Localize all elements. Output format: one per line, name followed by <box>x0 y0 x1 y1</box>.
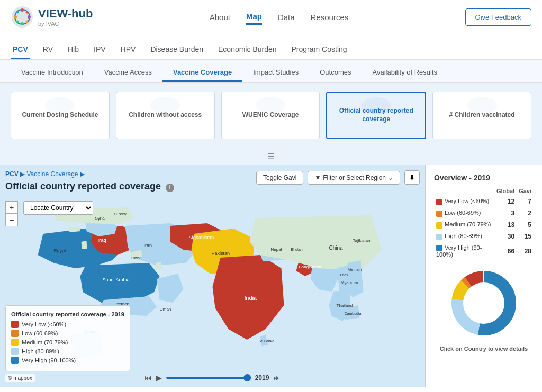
card-current-dosing[interactable]: Current Dosing Schedule <box>11 92 110 139</box>
expand-icon[interactable]: ☰ <box>267 151 275 161</box>
overview-swatch-1 <box>436 211 442 217</box>
label-cambodia: Cambodia <box>345 312 362 315</box>
label-syria: Syria <box>95 216 105 221</box>
timeline-track[interactable] <box>166 377 251 379</box>
overview-row-1: Low (60-69%) 3 2 <box>434 207 534 219</box>
tab-hib[interactable]: Hib <box>66 41 81 59</box>
tab-ipv[interactable]: IPV <box>92 41 108 59</box>
overview-cell-global-3: 30 <box>494 231 517 242</box>
info-icon[interactable]: i <box>166 184 174 192</box>
feedback-button[interactable]: Give Feedback <box>465 8 531 26</box>
card-children-without-access[interactable]: Children without access <box>116 92 215 139</box>
label-bangladesh: Bangladesh <box>299 265 321 269</box>
logo-text: VIEW-hub by IVAC <box>38 7 93 27</box>
main-content: PCV ▶ Vaccine Coverage ▶ Official countr… <box>0 165 542 387</box>
breadcrumb: PCV ▶ Vaccine Coverage ▶ <box>5 170 85 178</box>
label-afghanistan: Afghanistan <box>189 235 214 240</box>
card-world-icon-1 <box>149 96 181 115</box>
zoom-in-button[interactable]: + <box>5 201 18 214</box>
svg-point-14 <box>467 97 497 114</box>
legend-label-0: Very Low (<60%) <box>22 321 66 327</box>
legend-item-0: Very Low (<60%) <box>11 321 124 328</box>
filter-icon: ▼ <box>314 174 321 181</box>
filter-chevron-icon: ⌄ <box>388 174 393 181</box>
subnav-availability[interactable]: Availability of Results <box>362 64 448 82</box>
subnav-vaccine-access[interactable]: Vaccine Access <box>94 64 162 82</box>
card-world-icon-0 <box>44 96 76 115</box>
logo-main-text: VIEW-hub <box>38 7 93 21</box>
legend-swatch-3 <box>11 348 19 355</box>
card-wuenic-coverage[interactable]: WUENIC Coverage <box>221 92 320 139</box>
mapbox-attribution: © mapbox <box>5 374 35 382</box>
legend-label-3: High (80-89%) <box>22 348 59 354</box>
legend-label-1: Low (60-69%) <box>22 330 58 336</box>
overview-title: Overview - 2019 <box>434 174 534 182</box>
label-turkey: Turkey <box>114 212 127 216</box>
overview-cell-label-2: Medium (70-79%) <box>434 219 494 231</box>
nav-about[interactable]: About <box>210 10 230 24</box>
filter-region-button[interactable]: ▼ Filter or Select Region ⌄ <box>308 171 400 185</box>
locate-country-select[interactable]: Locate Country <box>23 201 93 215</box>
label-iraq: Iraq <box>98 238 107 243</box>
tab-economic-burden[interactable]: Economic Burden <box>216 41 279 59</box>
map-controls: Toggle Gavi ▼ Filter or Select Region ⌄ … <box>256 170 420 185</box>
tab-rv[interactable]: RV <box>41 41 55 59</box>
svg-point-11 <box>150 97 180 114</box>
overview-row-3: High (80-89%) 30 15 <box>434 231 534 242</box>
breadcrumb-vaccine: PCV <box>5 170 19 178</box>
label-oman: Oman <box>160 307 171 312</box>
subnav-vaccine-introduction[interactable]: Vaccine Introduction <box>11 64 94 82</box>
tab-hpv[interactable]: HPV <box>119 41 138 59</box>
overview-row-2: Medium (70-79%) 13 5 <box>434 219 534 231</box>
label-egypt: Egypt <box>54 248 67 253</box>
download-icon: ⬇ <box>409 174 415 181</box>
legend-label-2: Medium (70-79%) <box>22 339 68 345</box>
toggle-gavi-button[interactable]: Toggle Gavi <box>256 171 303 185</box>
subnav-impact-studies[interactable]: Impact Studies <box>242 64 309 82</box>
card-official-country-coverage[interactable]: Official country reported coverage <box>326 92 426 139</box>
overview-table: Global Gavi Very Low (<60%) 12 7 Low (60… <box>434 186 534 260</box>
overview-cell-label-0: Very Low (<60%) <box>434 196 494 207</box>
tab-pcv[interactable]: PCV <box>11 41 30 59</box>
breadcrumb-arrow1: ▶ <box>20 170 25 178</box>
map-region-israel[interactable] <box>82 241 87 249</box>
svg-point-7 <box>26 11 29 14</box>
overview-swatch-0 <box>436 199 442 205</box>
subnav-vaccine-coverage[interactable]: Vaccine Coverage <box>162 64 242 82</box>
legend-title: Official country reported coverage - 201… <box>11 311 124 317</box>
overview-row-4: Very High (90-100%) 66 28 <box>434 242 534 260</box>
timeline-fill <box>166 377 251 379</box>
subnav-outcomes[interactable]: Outcomes <box>309 64 362 82</box>
download-button[interactable]: ⬇ <box>404 170 420 185</box>
card-world-icon-2 <box>255 96 286 115</box>
card-children-vaccinated[interactable]: # Children vaccinated <box>432 92 531 139</box>
timeline-handle[interactable] <box>243 374 251 381</box>
overview-col-category <box>434 186 494 196</box>
svg-point-5 <box>28 15 31 19</box>
expand-bar: ☰ <box>0 148 542 165</box>
overview-row-0: Very Low (<60%) 12 7 <box>434 196 534 207</box>
breadcrumb-section: Vaccine Coverage <box>26 170 78 178</box>
timeline-next-button[interactable]: ⏭ <box>273 373 281 382</box>
nav-map[interactable]: Map <box>246 9 262 25</box>
nav-data[interactable]: Data <box>278 10 295 24</box>
overview-cell-label-1: Low (60-69%) <box>434 207 494 219</box>
donut-chart <box>447 266 521 340</box>
overview-cell-gavi-3: 15 <box>517 231 534 242</box>
nav-resources[interactable]: Resources <box>311 10 349 24</box>
label-iran: Iran <box>144 243 152 248</box>
overview-cell-global-2: 13 <box>494 219 517 231</box>
tab-disease-burden[interactable]: Disease Burden <box>148 41 205 59</box>
label-tajikistan: Tajikistan <box>353 238 371 243</box>
map-title: Official country reported coverage i <box>5 181 174 192</box>
tab-program-costing[interactable]: Program Costing <box>290 41 349 59</box>
overview-swatch-3 <box>436 234 442 240</box>
overview-col-global: Global <box>494 186 517 196</box>
timeline-prev-button[interactable]: ⏮ <box>144 373 152 382</box>
legend-item-3: High (80-89%) <box>11 348 124 355</box>
legend-label-4: Very High (90-100%) <box>22 357 76 363</box>
zoom-out-button[interactable]: − <box>5 214 18 226</box>
overview-swatch-4 <box>436 245 442 251</box>
svg-point-9 <box>26 21 29 23</box>
timeline-play-button[interactable]: ▶ <box>156 373 162 382</box>
